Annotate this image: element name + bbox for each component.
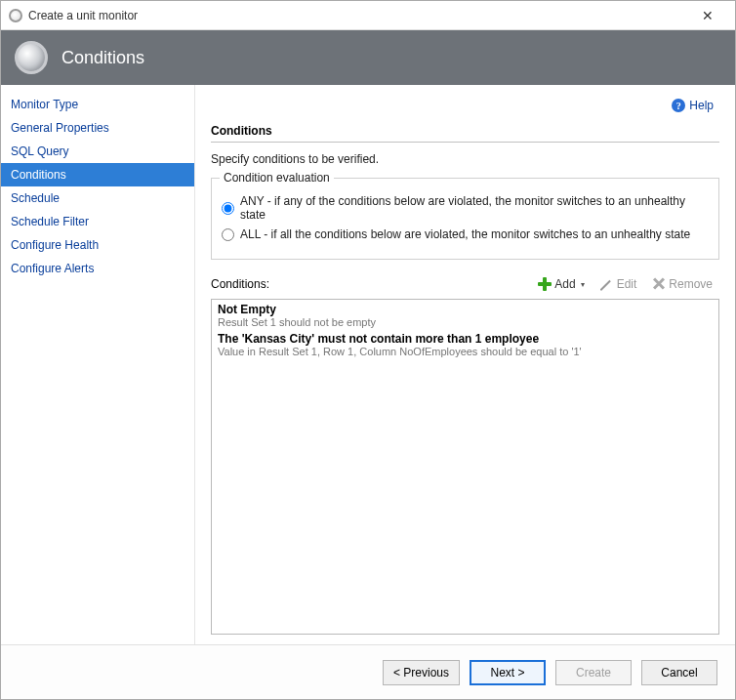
radio-any-label: ANY - if any of the conditions below are… — [240, 194, 709, 222]
sidebar-item-label: Configure Alerts — [11, 262, 94, 275]
conditions-toolbar: Conditions: Add ▾ Edit Remove — [211, 273, 719, 295]
edit-label: Edit — [617, 277, 637, 291]
condition-item[interactable]: The 'Kansas City' must not contain more … — [218, 332, 713, 357]
condition-title: The 'Kansas City' must not contain more … — [218, 332, 713, 346]
sidebar-item-label: General Properties — [11, 121, 109, 135]
conditions-label: Conditions: — [211, 277, 529, 291]
radio-any[interactable] — [222, 202, 234, 215]
next-button[interactable]: Next > — [470, 660, 546, 685]
section-subtitle: Specify conditions to be verified. — [211, 152, 719, 166]
cancel-button[interactable]: Cancel — [641, 660, 717, 685]
conditions-list[interactable]: Not Empty Result Set 1 should not be emp… — [211, 299, 719, 635]
edit-button: Edit — [593, 273, 644, 295]
sidebar-item-label: Conditions — [11, 168, 66, 182]
sidebar-item-general-properties[interactable]: General Properties — [1, 116, 194, 140]
add-icon — [538, 277, 552, 291]
help-label: Help — [689, 99, 714, 112]
edit-icon — [600, 277, 614, 291]
header-title: Conditions — [61, 48, 144, 68]
sidebar-item-label: SQL Query — [11, 144, 69, 158]
help-icon: ? — [672, 99, 685, 112]
sidebar-item-configure-alerts[interactable]: Configure Alerts — [1, 257, 194, 280]
fieldset-legend: Condition evaluation — [220, 171, 334, 185]
add-label: Add — [554, 277, 575, 291]
radio-any-row[interactable]: ANY - if any of the conditions below are… — [222, 194, 709, 222]
radio-all-row[interactable]: ALL - if all the conditions below are vi… — [222, 227, 709, 241]
sidebar-item-monitor-type[interactable]: Monitor Type — [1, 93, 194, 116]
help-link[interactable]: ? Help — [672, 99, 714, 112]
sidebar: Monitor Type General Properties SQL Quer… — [1, 85, 195, 644]
condition-item[interactable]: Not Empty Result Set 1 should not be emp… — [218, 303, 713, 328]
close-button[interactable]: ✕ — [688, 4, 727, 27]
sidebar-item-label: Schedule — [11, 191, 60, 205]
sidebar-item-label: Configure Health — [11, 238, 99, 252]
create-button: Create — [555, 660, 632, 685]
sidebar-item-sql-query[interactable]: SQL Query — [1, 140, 194, 163]
remove-icon — [652, 277, 666, 291]
condition-title: Not Empty — [218, 303, 713, 316]
titlebar: Create a unit monitor ✕ — [1, 1, 735, 30]
radio-all[interactable] — [222, 228, 234, 241]
window-title: Create a unit monitor — [28, 9, 688, 22]
remove-button: Remove — [645, 273, 719, 295]
sidebar-item-schedule-filter[interactable]: Schedule Filter — [1, 210, 194, 233]
condition-desc: Value in Result Set 1, Row 1, Column NoO… — [218, 346, 713, 357]
condition-evaluation-fieldset: Condition evaluation ANY - if any of the… — [211, 178, 719, 260]
previous-button[interactable]: < Previous — [383, 660, 460, 685]
header-icon — [15, 41, 48, 74]
sidebar-item-conditions[interactable]: Conditions — [1, 163, 194, 186]
sidebar-item-label: Schedule Filter — [11, 215, 89, 228]
app-icon — [9, 9, 22, 22]
sidebar-item-label: Monitor Type — [11, 98, 78, 111]
add-button[interactable]: Add ▾ — [531, 273, 591, 295]
radio-all-label: ALL - if all the conditions below are vi… — [240, 227, 690, 241]
footer: < Previous Next > Create Cancel — [1, 644, 735, 699]
condition-desc: Result Set 1 should not be empty — [218, 316, 713, 328]
sidebar-item-schedule[interactable]: Schedule — [1, 186, 194, 210]
header-band: Conditions — [1, 30, 735, 85]
sidebar-item-configure-health[interactable]: Configure Health — [1, 233, 194, 257]
remove-label: Remove — [669, 277, 713, 291]
main-panel: ? Help Conditions Specify conditions to … — [195, 85, 735, 644]
section-title: Conditions — [211, 124, 719, 143]
dropdown-caret-icon: ▾ — [581, 280, 585, 289]
